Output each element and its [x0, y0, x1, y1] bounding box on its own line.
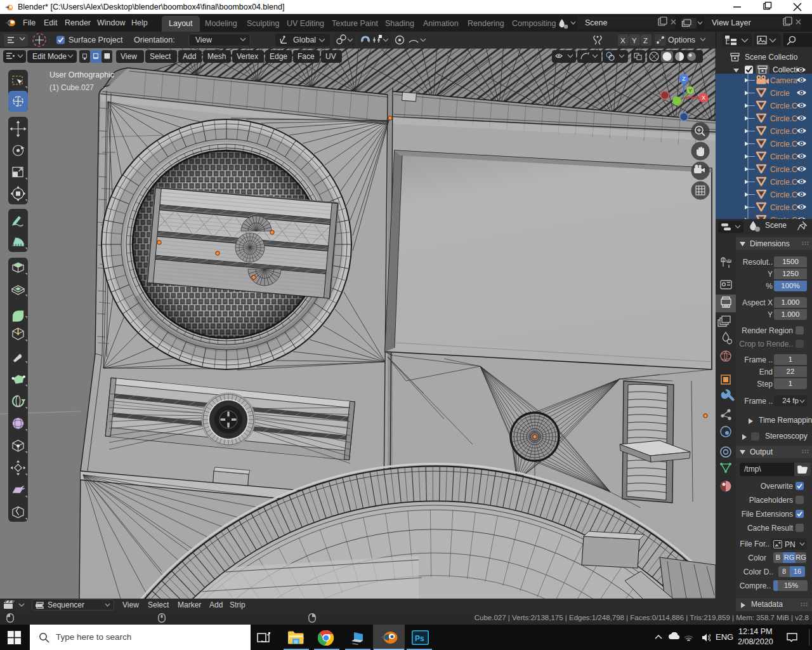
svg-text:Circle.C: Circle.C — [770, 178, 797, 187]
svg-text:(1) Cube.027: (1) Cube.027 — [49, 83, 94, 92]
svg-text:Circle: Circle — [770, 89, 790, 98]
svg-text:Circle.C: Circle.C — [770, 165, 797, 174]
svg-text:UV: UV — [325, 52, 336, 61]
svg-text:User Orthographic: User Orthographic — [49, 70, 114, 79]
svg-text:Circle.C: Circle.C — [770, 203, 797, 212]
svg-text:Y: Y — [688, 88, 692, 93]
svg-text:Circle.C: Circle.C — [770, 114, 797, 123]
svg-text:Ps: Ps — [415, 634, 424, 643]
svg-text:X: X — [620, 37, 625, 44]
svg-text:Z: Z — [682, 76, 686, 82]
svg-text:Face: Face — [298, 52, 315, 61]
svg-text:Y: Y — [632, 37, 637, 44]
svg-text:Circle.C: Circle.C — [770, 127, 797, 136]
svg-text:Z: Z — [643, 37, 648, 44]
svg-text:Circle.C: Circle.C — [770, 152, 797, 161]
svg-text:Camera: Camera — [770, 76, 797, 85]
svg-text:Add: Add — [183, 52, 196, 61]
svg-text:Edit Mode: Edit Mode — [32, 52, 67, 61]
svg-text:Circle.C: Circle.C — [770, 102, 797, 110]
svg-text:Vertex: Vertex — [237, 52, 258, 61]
svg-text:Mesh: Mesh — [207, 52, 226, 61]
svg-text:View: View — [121, 52, 137, 61]
svg-text:X: X — [702, 95, 705, 101]
svg-text:Select: Select — [150, 52, 171, 61]
svg-text:Circle.C: Circle.C — [770, 140, 797, 149]
svg-text:Edge: Edge — [270, 52, 287, 61]
svg-text:Circle.C: Circle.C — [770, 190, 797, 199]
